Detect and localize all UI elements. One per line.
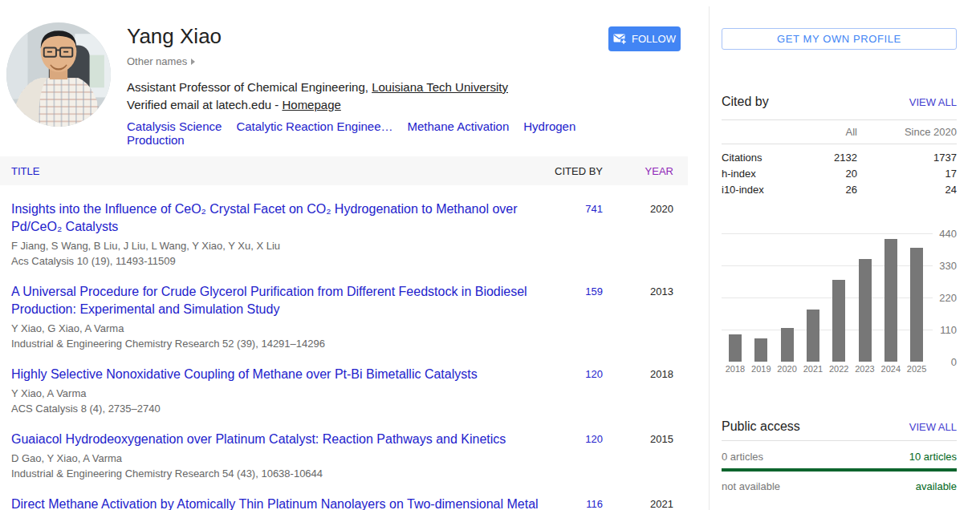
profile-info: Yang Xiao Other names Assistant Professo… xyxy=(127,24,600,147)
publication-venue: Acs Catalysis 10 (19), 11493-11509 xyxy=(11,254,555,268)
public-access-right-label: available xyxy=(916,480,957,492)
publication-title-link[interactable]: Guaiacol Hydrodeoxygenation over Platinu… xyxy=(11,431,555,448)
cited-by-title: Cited by xyxy=(722,95,769,109)
metrics-table: Citations 2132 1737 h-index 20 17 i10-in… xyxy=(722,144,957,197)
follow-mail-icon xyxy=(613,33,627,45)
publication-title-link[interactable]: A Universal Procedure for Crude Glycerol… xyxy=(11,283,555,318)
verified-email-line: Verified email at latech.edu - Homepage xyxy=(127,98,600,111)
profile-photo-illustration xyxy=(6,22,111,127)
chart-gridline xyxy=(722,265,933,266)
publication-authors: F Jiang, S Wang, B Liu, J Liu, L Wang, Y… xyxy=(11,239,555,253)
header-citedby-sort[interactable]: CITED BY xyxy=(555,165,603,177)
chart-xtick-label: 2020 xyxy=(775,364,800,374)
metrics-col-all: All xyxy=(793,126,857,138)
metric-value-since: 24 xyxy=(857,184,957,196)
publication-authors: D Gao, Y Xiao, A Varma xyxy=(11,451,555,465)
publication-title-link[interactable]: Insights into the Influence of CeO₂ Crys… xyxy=(11,200,555,236)
chart-bar-2019[interactable] xyxy=(754,338,767,362)
public-access-counts: 0 articles 10 articles xyxy=(722,451,957,463)
verified-email-text: Verified email at latech.edu - xyxy=(127,98,282,111)
chart-bar-2018[interactable] xyxy=(729,334,742,362)
chart-xtick-label: 2018 xyxy=(722,364,748,374)
cited-by-count-link[interactable]: 159 xyxy=(585,285,603,298)
public-access-left-count: 0 articles xyxy=(722,451,763,463)
public-access-left-label: not available xyxy=(722,480,780,492)
cited-by-count-link[interactable]: 120 xyxy=(585,368,603,380)
chart-ytick-label: 0 xyxy=(933,356,957,368)
interest-link[interactable]: Catalysis Science xyxy=(127,119,222,133)
affiliation-university-link[interactable]: Louisiana Tech University xyxy=(372,80,508,94)
publications-table: TITLE CITED BY YEAR Insights into the In… xyxy=(0,156,688,510)
metric-value-all: 20 xyxy=(793,168,857,180)
interest-link[interactable]: Methane Activation xyxy=(408,119,510,133)
chart-xtick-label: 2024 xyxy=(878,364,904,374)
publication-row: Highly Selective Nonoxidative Coupling o… xyxy=(0,366,688,415)
publication-venue: ACS Catalysis 8 (4), 2735–2740 xyxy=(11,402,555,415)
public-access-labels: not available available xyxy=(722,480,957,492)
cited-by-count-link[interactable]: 116 xyxy=(586,498,603,510)
chart-bar-2021[interactable] xyxy=(807,310,819,362)
public-access-title: Public access xyxy=(722,419,800,434)
chart-ytick-label: 110 xyxy=(933,324,957,336)
publication-year: 2021 xyxy=(603,496,673,510)
chart-bar-2020[interactable] xyxy=(781,328,794,362)
profile-header: Yang Xiao Other names Assistant Professo… xyxy=(0,0,688,156)
follow-button-label: FOLLOW xyxy=(632,33,676,45)
metric-value-since: 1737 xyxy=(857,152,957,164)
publication-title-link[interactable]: Direct Methane Activation by Atomically … xyxy=(11,496,555,510)
publication-year: 2018 xyxy=(603,366,673,380)
metric-value-since: 17 xyxy=(857,168,957,180)
chart-xtick-label: 2022 xyxy=(826,364,852,374)
metric-label: Citations xyxy=(722,152,793,164)
metric-label: h-index xyxy=(722,168,793,180)
get-my-own-profile-button[interactable]: GET MY OWN PROFILE xyxy=(722,28,957,50)
profile-name: Yang Xiao xyxy=(127,24,600,49)
citations-chart: 20182019202020212022202320242025 0110220… xyxy=(722,233,957,374)
metric-row: Citations 2132 1737 xyxy=(722,149,957,165)
publication-venue: Industrial & Engineering Chemistry Resea… xyxy=(11,337,555,350)
publication-year: 2013 xyxy=(603,283,673,298)
header-year-sort[interactable]: YEAR xyxy=(603,165,673,177)
chart-ytick-label: 330 xyxy=(933,260,957,272)
metric-value-all: 26 xyxy=(793,184,857,196)
metric-label: i10-index xyxy=(722,184,793,196)
homepage-link[interactable]: Homepage xyxy=(282,98,340,111)
chart-xtick-label: 2019 xyxy=(748,364,774,374)
affiliation-line: Assistant Professor of Chemical Engineer… xyxy=(127,80,600,94)
publication-list: Insights into the Influence of CeO₂ Crys… xyxy=(0,200,688,510)
publications-table-header: TITLE CITED BY YEAR xyxy=(0,156,688,185)
publication-authors: Y Xiao, A Varma xyxy=(11,387,555,400)
cited-by-count-link[interactable]: 741 xyxy=(585,203,603,215)
chart-bar-2022[interactable] xyxy=(832,280,845,362)
affiliation-text: Assistant Professor of Chemical Engineer… xyxy=(127,80,372,94)
cited-by-count-link[interactable]: 120 xyxy=(585,433,603,445)
public-access-right-count: 10 articles xyxy=(909,451,957,463)
publication-row: A Universal Procedure for Crude Glycerol… xyxy=(0,283,688,350)
chart-xtick-label: 2025 xyxy=(904,364,929,374)
other-names-toggle[interactable]: Other names xyxy=(127,55,195,67)
chart-bar-2023[interactable] xyxy=(859,259,872,362)
profile-photo xyxy=(6,22,111,127)
caret-right-icon xyxy=(191,59,195,65)
metrics-column-headers: All Since 2020 xyxy=(722,120,957,144)
chart-bar-2025[interactable] xyxy=(910,248,923,362)
metric-value-all: 2132 xyxy=(793,152,857,164)
cited-by-header: Cited by VIEW ALL xyxy=(722,95,957,120)
public-access-header: Public access VIEW ALL xyxy=(722,419,957,441)
sidebar: GET MY OWN PROFILE Cited by VIEW ALL All… xyxy=(710,0,980,510)
header-title-sort[interactable]: TITLE xyxy=(11,165,555,177)
metric-row: i10-index 26 24 xyxy=(722,181,957,197)
interests-list: Catalysis ScienceCatalytic Reaction Engi… xyxy=(127,119,600,147)
interest-link[interactable]: Catalytic Reaction Enginee… xyxy=(236,119,392,133)
follow-button[interactable]: FOLLOW xyxy=(608,26,681,51)
publication-title-link[interactable]: Highly Selective Nonoxidative Coupling o… xyxy=(11,366,555,383)
chart-ytick-label: 220 xyxy=(933,292,957,304)
metrics-col-since: Since 2020 xyxy=(857,126,957,138)
publication-row: Guaiacol Hydrodeoxygenation over Platinu… xyxy=(0,431,688,480)
chart-bar-2024[interactable] xyxy=(884,239,897,362)
public-access-progress-bar xyxy=(722,468,957,472)
publication-year: 2020 xyxy=(603,200,673,215)
public-access-view-all-link[interactable]: VIEW ALL xyxy=(909,421,957,433)
cited-by-view-all-link[interactable]: VIEW ALL xyxy=(909,96,957,108)
publication-year: 2015 xyxy=(603,431,673,445)
